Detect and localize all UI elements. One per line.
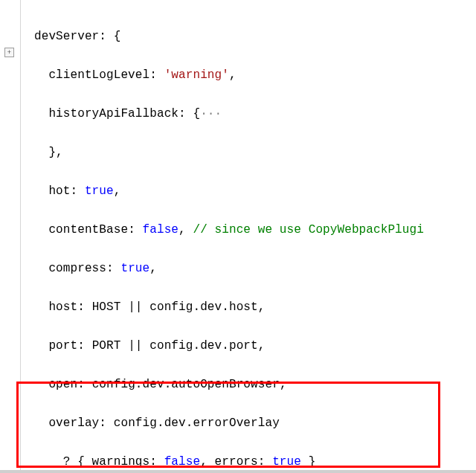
token: true: [120, 262, 149, 275]
token: ,: [280, 378, 287, 391]
token: port: [48, 339, 77, 353]
code-line: overlay: config.dev.errorOverlay: [34, 414, 476, 433]
token: :: [99, 416, 113, 430]
token: ? { warnings:: [63, 455, 164, 469]
token: hot: [48, 184, 70, 198]
fold-ellipsis-icon[interactable]: ···: [200, 107, 222, 120]
token: :: [77, 300, 91, 314]
token: compress: [48, 262, 106, 275]
token: PORT || config.dev.port: [92, 339, 258, 353]
token: ,: [258, 300, 266, 314]
code-line: ? { warnings: false, errors: true }: [34, 452, 476, 472]
token: },: [48, 146, 62, 159]
token: config.dev.autoOpenBrowser: [92, 378, 280, 391]
token: ,: [149, 262, 157, 275]
code-line: open: config.dev.autoOpenBrowser,: [34, 375, 476, 394]
token: open: [48, 378, 77, 391]
code-line: port: PORT || config.dev.port,: [34, 336, 476, 355]
token: host: [48, 300, 77, 314]
token: overlay: [48, 416, 99, 430]
token: false: [164, 455, 201, 469]
scrollbar-track[interactable]: [0, 470, 476, 473]
token: ,: [178, 223, 193, 236]
token: true: [85, 184, 114, 198]
token: :: [71, 184, 85, 198]
token: :: [128, 223, 142, 236]
token: false: [143, 223, 179, 236]
token: ,: [114, 184, 121, 198]
code-line: historyApiFallback: {···: [34, 104, 476, 123]
token: 'warning': [164, 68, 229, 82]
token: HOST || config.dev.host: [92, 300, 258, 314]
token: contentBase: [48, 223, 128, 236]
token: devServer: {: [34, 30, 120, 43]
token: }: [301, 455, 315, 469]
token: config.dev.errorOverlay: [114, 416, 280, 430]
token: : {: [178, 107, 200, 120]
token: historyApiFallback: [48, 107, 178, 120]
token: :: [149, 68, 164, 82]
code-area[interactable]: devServer: { clientLogLevel: 'warning', …: [21, 0, 476, 473]
code-line: host: HOST || config.dev.host,: [34, 297, 476, 317]
token: ,: [229, 68, 237, 82]
token: :: [77, 378, 91, 391]
gutter: +: [0, 0, 21, 473]
code-line: devServer: {: [34, 27, 476, 46]
code-line: },: [34, 143, 476, 162]
token: :: [106, 262, 120, 275]
token: :: [77, 339, 91, 353]
code-line: contentBase: false, // since we use Copy…: [34, 220, 476, 239]
token: , errors:: [200, 455, 272, 469]
code-line: hot: true,: [34, 181, 476, 201]
token: ,: [258, 339, 266, 353]
fold-expand-icon[interactable]: +: [4, 48, 14, 57]
token: true: [272, 455, 301, 469]
code-editor: + devServer: { clientLogLevel: 'warning'…: [0, 0, 476, 473]
comment: // since we use CopyWebpackPlugi: [193, 223, 423, 236]
token: clientLogLevel: [48, 68, 149, 82]
code-line: compress: true,: [34, 259, 476, 278]
code-line: clientLogLevel: 'warning',: [34, 65, 476, 85]
